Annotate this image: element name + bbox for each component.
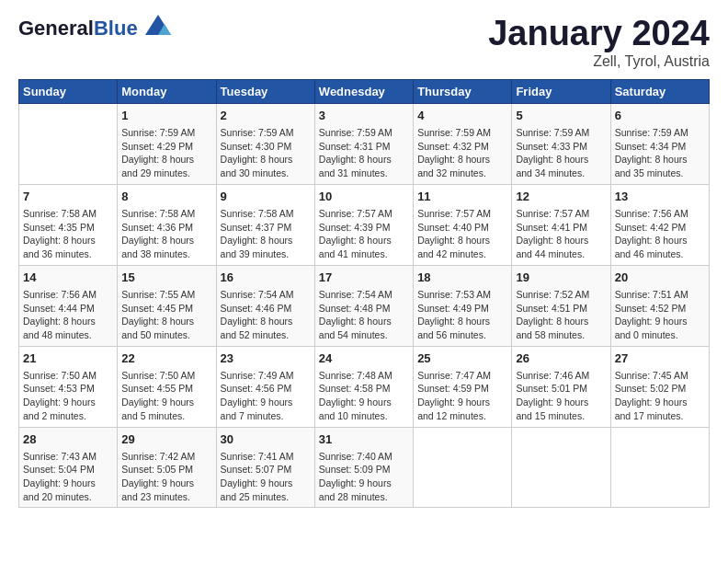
day-cell: 14Sunrise: 7:56 AMSunset: 4:44 PMDayligh… <box>19 265 118 346</box>
day-info: Sunset: 4:52 PM <box>615 302 705 316</box>
day-number: 8 <box>121 189 211 205</box>
day-cell: 16Sunrise: 7:54 AMSunset: 4:46 PMDayligh… <box>216 265 314 346</box>
day-info: Sunset: 4:36 PM <box>121 221 211 235</box>
day-cell: 24Sunrise: 7:48 AMSunset: 4:58 PMDayligh… <box>314 346 413 427</box>
day-info: Sunrise: 7:57 AM <box>516 207 606 221</box>
day-cell: 26Sunrise: 7:46 AMSunset: 5:01 PMDayligh… <box>512 346 610 427</box>
day-number: 2 <box>221 108 311 124</box>
day-info: Daylight: 8 hours <box>221 234 311 247</box>
day-number: 27 <box>615 350 705 367</box>
day-info: Sunrise: 7:56 AM <box>23 288 113 302</box>
day-info: Daylight: 8 hours <box>417 234 507 247</box>
day-number: 31 <box>319 431 409 448</box>
calendar-body: 1Sunrise: 7:59 AMSunset: 4:29 PMDaylight… <box>19 103 710 508</box>
day-info: Sunrise: 7:55 AM <box>121 288 211 302</box>
day-info: Daylight: 8 hours <box>417 153 507 167</box>
day-number: 21 <box>23 350 113 367</box>
day-info: Sunset: 4:39 PM <box>319 221 409 235</box>
day-info: Sunset: 4:29 PM <box>121 140 211 154</box>
day-info: Sunrise: 7:42 AM <box>121 450 211 464</box>
day-info: Sunset: 4:41 PM <box>516 221 606 235</box>
day-info: Sunset: 4:53 PM <box>23 382 113 396</box>
day-info: Sunrise: 7:59 AM <box>417 126 507 140</box>
week-row-4: 28Sunrise: 7:43 AMSunset: 5:04 PMDayligh… <box>19 427 710 508</box>
day-info: Sunset: 4:46 PM <box>221 302 311 316</box>
day-info: Sunrise: 7:50 AM <box>121 369 211 383</box>
day-info: Sunset: 4:35 PM <box>23 221 113 235</box>
day-info: Sunset: 5:09 PM <box>319 463 409 477</box>
day-info: Daylight: 9 hours <box>319 477 409 490</box>
day-info: and 30 minutes. <box>221 167 311 180</box>
day-info: Daylight: 9 hours <box>121 396 211 409</box>
day-cell <box>512 427 610 508</box>
day-info: and 35 minutes. <box>615 167 705 180</box>
day-info: Sunset: 4:32 PM <box>417 140 507 154</box>
day-info: and 10 minutes. <box>319 409 409 423</box>
calendar-table: SundayMondayTuesdayWednesdayThursdayFrid… <box>18 79 710 509</box>
day-info: Daylight: 9 hours <box>221 477 311 490</box>
day-info: and 5 minutes. <box>121 409 211 423</box>
day-info: and 31 minutes. <box>319 167 409 180</box>
day-number: 16 <box>221 270 311 286</box>
day-info: Sunset: 4:40 PM <box>417 221 507 235</box>
day-info: Sunrise: 7:45 AM <box>615 369 705 383</box>
day-info: Sunrise: 7:58 AM <box>121 207 211 221</box>
day-number: 5 <box>516 108 606 124</box>
day-cell: 7Sunrise: 7:58 AMSunset: 4:35 PMDaylight… <box>19 184 118 265</box>
day-number: 14 <box>23 270 113 286</box>
day-number: 18 <box>417 270 507 286</box>
header-cell-friday: Friday <box>512 79 610 103</box>
day-cell: 12Sunrise: 7:57 AMSunset: 4:41 PMDayligh… <box>512 184 610 265</box>
day-info: Sunrise: 7:49 AM <box>221 369 311 383</box>
day-number: 10 <box>319 189 409 205</box>
day-number: 25 <box>417 350 507 367</box>
day-info: Sunrise: 7:46 AM <box>516 369 606 383</box>
day-cell: 1Sunrise: 7:59 AMSunset: 4:29 PMDaylight… <box>118 103 216 184</box>
day-number: 9 <box>221 189 311 205</box>
day-cell: 30Sunrise: 7:41 AMSunset: 5:07 PMDayligh… <box>216 427 314 508</box>
day-info: Sunrise: 7:40 AM <box>319 450 409 464</box>
day-info: Daylight: 8 hours <box>615 234 705 247</box>
logo: GeneralBlue <box>18 15 171 39</box>
day-info: Daylight: 8 hours <box>121 315 211 328</box>
title-block: January 2024 Zell, Tyrol, Austria <box>488 15 710 70</box>
day-info: Sunset: 4:58 PM <box>319 382 409 396</box>
day-info: Sunrise: 7:56 AM <box>615 207 705 221</box>
day-number: 12 <box>516 189 606 205</box>
day-cell <box>19 103 118 184</box>
day-info: Sunset: 5:01 PM <box>516 382 606 396</box>
day-info: Daylight: 8 hours <box>417 315 507 328</box>
day-info: Sunrise: 7:59 AM <box>516 126 606 140</box>
day-cell: 4Sunrise: 7:59 AMSunset: 4:32 PMDaylight… <box>414 103 512 184</box>
day-info: and 23 minutes. <box>121 490 211 504</box>
day-cell: 17Sunrise: 7:54 AMSunset: 4:48 PMDayligh… <box>314 265 413 346</box>
day-info: Sunrise: 7:57 AM <box>319 207 409 221</box>
day-info: Daylight: 9 hours <box>121 477 211 490</box>
day-info: Sunset: 4:51 PM <box>516 302 606 316</box>
day-info: Sunrise: 7:50 AM <box>23 369 113 383</box>
day-info: Daylight: 9 hours <box>615 396 705 409</box>
day-cell <box>610 427 709 508</box>
day-info: and 2 minutes. <box>23 409 113 423</box>
day-cell: 13Sunrise: 7:56 AMSunset: 4:42 PMDayligh… <box>610 184 709 265</box>
header: GeneralBlue January 2024 Zell, Tyrol, Au… <box>18 15 710 70</box>
day-number: 20 <box>615 270 705 286</box>
day-info: Daylight: 8 hours <box>23 234 113 247</box>
day-info: Daylight: 8 hours <box>221 315 311 328</box>
day-cell: 10Sunrise: 7:57 AMSunset: 4:39 PMDayligh… <box>314 184 413 265</box>
day-info: Daylight: 9 hours <box>417 396 507 409</box>
day-info: Daylight: 8 hours <box>319 315 409 328</box>
day-info: and 32 minutes. <box>417 167 507 180</box>
day-info: Sunset: 4:48 PM <box>319 302 409 316</box>
day-info: Sunrise: 7:43 AM <box>23 450 113 464</box>
day-info: Sunrise: 7:53 AM <box>417 288 507 302</box>
day-info: Daylight: 9 hours <box>23 477 113 490</box>
header-cell-monday: Monday <box>118 79 216 103</box>
day-info: and 44 minutes. <box>516 247 606 261</box>
logo-blue: Blue <box>94 17 138 40</box>
day-cell: 25Sunrise: 7:47 AMSunset: 4:59 PMDayligh… <box>414 346 512 427</box>
day-cell: 20Sunrise: 7:51 AMSunset: 4:52 PMDayligh… <box>610 265 709 346</box>
day-number: 7 <box>23 189 113 205</box>
logo-text: GeneralBlue <box>18 17 143 40</box>
day-cell: 18Sunrise: 7:53 AMSunset: 4:49 PMDayligh… <box>414 265 512 346</box>
